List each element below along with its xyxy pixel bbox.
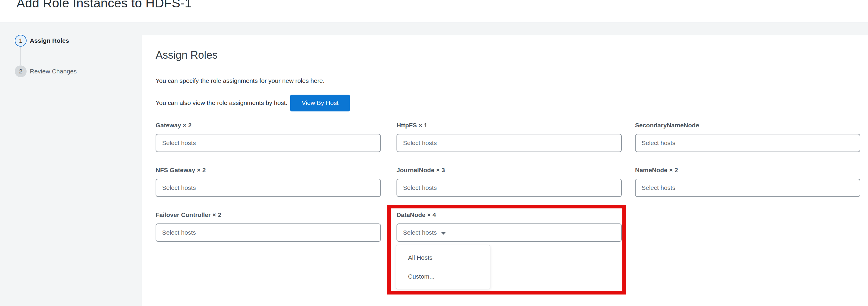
select-hosts-placeholder: Select hosts <box>403 184 437 191</box>
view-by-host-row: You can also view the role assignments b… <box>156 94 350 111</box>
host-select-input[interactable]: Select hosts <box>156 134 381 152</box>
host-select-input[interactable]: Select hosts <box>397 134 622 152</box>
host-select-input[interactable]: Select hosts <box>397 224 622 242</box>
assign-roles-heading: Assign Roles <box>156 49 218 61</box>
host-select-input[interactable]: Select hosts <box>397 179 622 197</box>
dropdown-item-custom[interactable]: Custom... <box>396 267 490 286</box>
page-title: Add Role Instances to HDFS-1 <box>17 0 192 10</box>
role-cell-httpfs-1: HttpFS × 1 Select hosts <box>397 122 622 152</box>
step-1-circle: 1 <box>15 35 27 46</box>
step-2-number: 2 <box>19 68 23 75</box>
view-by-host-text: You can also view the role assignments b… <box>156 99 287 106</box>
role-cell-secondarynamenode: SecondaryNameNode Select hosts <box>635 122 860 152</box>
select-hosts-placeholder: Select hosts <box>403 139 437 146</box>
step-2-circle: 2 <box>15 65 27 77</box>
host-select-input[interactable]: Select hosts <box>156 224 381 242</box>
role-cell-gateway-2: Gateway × 2 Select hosts <box>156 122 381 152</box>
host-select-input[interactable]: Select hosts <box>635 134 860 152</box>
host-select-input[interactable]: Select hosts <box>635 179 860 197</box>
step-item-assign-roles[interactable]: Assign Roles <box>30 37 69 44</box>
select-hosts-placeholder: Select hosts <box>162 184 196 191</box>
select-hosts-placeholder: Select hosts <box>162 229 196 236</box>
view-by-host-button[interactable]: View By Host <box>290 95 350 111</box>
role-label: HttpFS × 1 <box>397 122 622 129</box>
step-connector-line <box>20 47 21 65</box>
role-cell-journalnode-3: JournalNode × 3 Select hosts <box>397 167 622 197</box>
select-hosts-placeholder: Select hosts <box>403 229 437 236</box>
role-label: Gateway × 2 <box>156 122 381 129</box>
caret-down-icon <box>441 232 446 235</box>
role-label: NameNode × 2 <box>635 167 860 174</box>
select-hosts-placeholder: Select hosts <box>162 139 196 146</box>
role-label: SecondaryNameNode <box>635 122 860 129</box>
dropdown-item-all-hosts[interactable]: All Hosts <box>396 248 490 267</box>
role-cell-namenode-2: NameNode × 2 Select hosts <box>635 167 860 197</box>
role-cell-failover-controller-2: Failover Controller × 2 Select hosts <box>156 211 381 242</box>
select-hosts-placeholder: Select hosts <box>642 139 675 146</box>
host-select-input[interactable]: Select hosts <box>156 179 381 197</box>
role-label: NFS Gateway × 2 <box>156 167 381 174</box>
step-item-review-changes[interactable]: Review Changes <box>30 68 77 75</box>
description-text: You can specify the role assignments for… <box>156 77 324 84</box>
role-cell-datanode-4: DataNode × 4 Select hosts <box>397 211 622 242</box>
role-label: Failover Controller × 2 <box>156 211 381 218</box>
role-label: JournalNode × 3 <box>397 167 622 174</box>
role-label: DataNode × 4 <box>397 211 622 218</box>
step-1-number: 1 <box>19 37 23 44</box>
role-cell-nfs-gateway-2: NFS Gateway × 2 Select hosts <box>156 167 381 197</box>
select-hosts-placeholder: Select hosts <box>642 184 675 191</box>
host-select-dropdown-menu: All HostsCustom... <box>396 245 490 289</box>
